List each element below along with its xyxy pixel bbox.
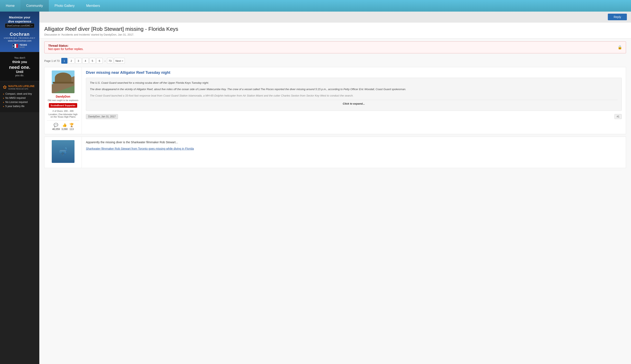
top-bar: Reply (39, 12, 631, 22)
post-1-timestamp: DandyDon, Jan 31, 2017 (86, 114, 118, 119)
counter-trophies: 🏆 113 (69, 123, 74, 131)
nautilus-features: Compact, sleek and tiny No MMSI required… (3, 92, 37, 108)
nautilus-flower-icon: ✿ (3, 84, 7, 90)
cochran-logo: Cochran UNDERSEA TECHNOLOGY www.DiveCoch… (3, 32, 37, 42)
likes-icon: 👍 (62, 123, 68, 127)
nav-photo-gallery[interactable]: Photo Gallery (49, 0, 81, 12)
pagination: Page 1 of 73 1 2 3 4 5 6 → 73 Next > (39, 56, 631, 67)
page-wrapper: Maximize your dive experience DiveCochra… (0, 12, 631, 364)
page-btn-2[interactable]: 2 (68, 58, 75, 64)
until-you-do-ad: You don't think you need one. Until you … (0, 52, 39, 81)
sidebar: Maximize your dive experience DiveCochra… (0, 12, 39, 364)
click-expand[interactable]: Click to expand... (90, 100, 618, 108)
nav-members[interactable]: Members (81, 0, 106, 12)
page-btn-last[interactable]: 73 (107, 58, 113, 64)
page-btn-next[interactable]: Next > (114, 58, 125, 64)
poster-location: Location: One kilometer high on the Texa… (47, 113, 79, 118)
feature-compact: Compact, sleek and tiny (3, 92, 37, 95)
post-1-number: #1 (614, 114, 622, 119)
post-1-title[interactable]: Diver missing near Alligator Reef Tuesda… (86, 70, 622, 75)
thread-status-text: Thread Status: Not open for further repl… (48, 44, 83, 51)
post-1: DandyDon Old men ought to be explorers S… (44, 67, 626, 134)
avatar-2: 🤿 (52, 140, 75, 163)
page-btn-5[interactable]: 5 (89, 58, 96, 64)
counter-likes: 👍 3,090 (62, 123, 68, 131)
nav-home[interactable]: Home (0, 0, 21, 12)
feature-mmsi: No MMSI required (3, 96, 37, 100)
post-2-body: Apparently the missing diver is the Shar… (82, 137, 626, 168)
page-ellipsis: → (103, 59, 106, 62)
page-label: Page 1 of 73 (44, 59, 60, 62)
post-2-link[interactable]: Sharkwater filmmaker Rob Stewart from To… (86, 147, 194, 150)
supporter-badge: ScubaBoard Supporter (49, 103, 77, 108)
post-2-user-sidebar: 🤿 (45, 137, 82, 168)
reply-button[interactable]: Reply (608, 14, 627, 20)
messages-icon: 💬 (52, 123, 60, 127)
nautilus-header: ✿ NAUTILUS LIFELINE MARINE RESCUE GPS (3, 84, 37, 90)
poster-dives: # of Dives: 200 - 499 (47, 110, 79, 112)
page-btn-1[interactable]: 1 (61, 58, 68, 64)
main-content: Reply Alligator Reef diver [Rob Stewart]… (39, 12, 631, 364)
counter-messages: 💬 46,059 (52, 123, 60, 131)
messages-count: 46,059 (52, 128, 60, 131)
texas-badge: TEXAS MADE (3, 44, 37, 48)
thread-header: Alligator Reef diver [Rob Stewart] missi… (39, 22, 631, 38)
quote-para-1: The U.S. Coast Guard searched for a miss… (90, 81, 618, 85)
trophies-icon: 🏆 (69, 123, 74, 127)
poster-title: Old men ought to be explorers (47, 99, 79, 102)
feature-battery: 5 year battery life (3, 105, 37, 108)
quote-para-2: The diver disappeared in the vicinity of… (90, 87, 618, 92)
lock-icon: 🔒 (617, 45, 622, 50)
nautilus-ad: ✿ NAUTILUS LIFELINE MARINE RESCUE GPS Co… (0, 81, 39, 112)
posts-wrapper: DandyDon Old men ought to be explorers S… (39, 67, 631, 168)
post-1-user-sidebar: DandyDon Old men ought to be explorers S… (45, 67, 82, 134)
thread-title: Alligator Reef diver [Rob Stewart] missi… (44, 26, 626, 32)
poster-name: DandyDon (47, 95, 79, 98)
post-counters: 💬 46,059 👍 3,090 🏆 113 (47, 120, 79, 131)
page-btn-6[interactable]: 6 (96, 58, 103, 64)
cochran-link[interactable]: DiveCochran.com/EMC > (5, 23, 34, 28)
nav-community[interactable]: Community (21, 0, 49, 12)
page-btn-4[interactable]: 4 (82, 58, 89, 64)
likes-count: 3,090 (62, 128, 68, 131)
post-1-body: Diver missing near Alligator Reef Tuesda… (82, 67, 626, 134)
post-2-text: Apparently the missing diver is the Shar… (86, 140, 622, 144)
post-2: 🤿 Apparently the missing diver is the Sh… (44, 137, 626, 168)
cochran-headline: Maximize your dive experience (3, 15, 37, 23)
avatar (52, 70, 75, 93)
quote-para-3: The Coast Guard launched a 33-foot fast … (90, 94, 618, 98)
nautilus-brand-text: NAUTILUS LIFELINE MARINE RESCUE GPS (8, 84, 35, 90)
thread-status: Thread Status: Not open for further repl… (44, 41, 626, 53)
thread-meta: Discussion in 'Accidents and Incidents' … (44, 33, 626, 36)
trophies-count: 113 (69, 128, 74, 131)
page-btn-3[interactable]: 3 (75, 58, 82, 64)
navigation: Home Community Photo Gallery Members (0, 0, 631, 12)
cochran-ad: Maximize your dive experience DiveCochra… (0, 12, 39, 52)
feature-license: No License required (3, 101, 37, 104)
post-1-footer: DandyDon, Jan 31, 2017 #1 (86, 114, 622, 119)
post-1-quote: The U.S. Coast Guard searched for a miss… (86, 78, 622, 111)
texas-flag-icon (13, 44, 18, 48)
